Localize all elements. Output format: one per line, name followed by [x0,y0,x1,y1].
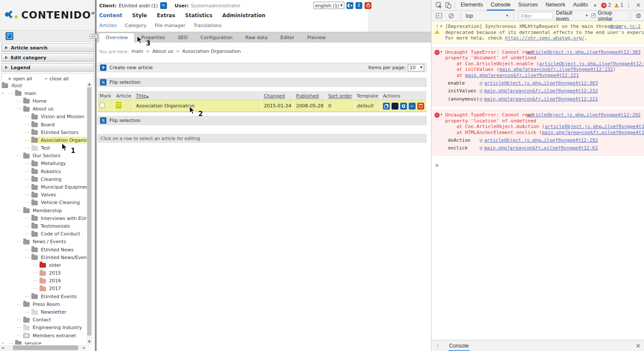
tree-item-eunited-news[interactable]: EUnited News [0,246,87,253]
tree-item-engineering-industry[interactable]: Engineering Industry [0,324,87,332]
scroll-up-arrow[interactable]: ▲ [87,82,92,87]
breadcrumb-item-main[interactable]: main [131,49,143,54]
devtools-tab-sources[interactable]: Sources [514,0,542,11]
menu-administration[interactable]: Administration [222,12,266,18]
layout-frame-icon[interactable] [6,32,13,40]
duplicate-article-icon[interactable] [383,103,390,110]
stack-source-link[interactable]: main.php?area=con&fr…iloef0vngpe4t12:232 [499,67,613,72]
panel-header-legend[interactable]: Legend [1,63,94,72]
tree-item-2017[interactable]: 2017 [0,285,87,293]
tree-item-service[interactable]: −service [0,339,87,345]
submenu-translations[interactable]: Translations [194,23,222,28]
plus-icon[interactable]: + [100,64,106,71]
time-management-icon[interactable] [392,103,398,110]
group-similar-checkbox[interactable] [591,13,595,18]
stack-source-link[interactable]: main.php?area=con&fr…eiloef0vngpe4t12:62 [542,130,644,135]
devtools-tab-audits[interactable]: Audits [569,0,592,11]
tree-item-older[interactable]: older [0,261,87,269]
tab-editor[interactable]: Editor [274,33,301,43]
tree-item-robotics[interactable]: Robotics [0,168,87,175]
tree-item-municipal-equipment[interactable]: Municipal Equipment [0,183,87,191]
tree-item-association-organisation[interactable]: Association Organisation [0,136,87,144]
console-filter-input[interactable]: Filter [519,12,553,19]
source-location-link[interactable]: articleObject.js.php…iloef0vngpe4t12:383 [527,49,641,55]
submenu-file-manager[interactable]: File manager [155,23,185,28]
inspect-element-icon[interactable] [435,1,443,9]
tree-item-vision-and-mission[interactable]: Vision and Mission [0,113,87,121]
warning-badge[interactable]: 1 [614,2,623,8]
console-message-error[interactable]: ✕▼articleObject.js.php…iloef0vngpe4t12:3… [431,47,644,107]
tree-item-root[interactable]: Root [0,82,87,89]
tree-item-press-room[interactable]: Press Room [0,300,87,308]
console-prompt[interactable]: > [431,159,644,168]
tree-item-eunited-sectors[interactable]: EUnited Sectors [0,128,87,136]
stack-source-link[interactable]: articleObject.js.php…iloef0vngpe4t12:292 [545,124,644,129]
tree-item-testimonials[interactable]: Testimonials [0,222,87,230]
tree-item-2015[interactable]: 2015 [0,269,87,277]
article-title-cell[interactable]: Association Organisation [134,100,261,112]
column-header-title[interactable]: Title▲ [134,92,261,100]
menu-style[interactable]: Style [132,12,147,18]
cut-article-icon[interactable]: ✂ [409,103,416,110]
tab-raw-data[interactable]: Raw data [239,33,274,43]
tree-item-cleaning[interactable]: Cleaning [0,175,87,183]
settings-gear-icon[interactable]: ⚙ [636,12,641,20]
stack-source-link[interactable]: main.php?area=con&fr…iloef0vngpe4t12:221 [465,73,579,78]
tree-item-code-of-conduct[interactable]: Code of Conduct [0,230,87,238]
frame-source-link[interactable]: main.php?area=con&fr…iloef0vngpe4t12:232 [484,88,598,94]
tree-item-contact[interactable]: Contact [0,316,87,324]
console-message-warning[interactable]: ▶jquery.js:2[Deprecation] Synchronous XM… [431,21,644,43]
open-all-link[interactable]: + open all [8,76,32,82]
menu-extras[interactable]: Extras [157,12,175,18]
submenu-category[interactable]: Category [125,23,146,28]
mark-checkbox[interactable] [100,103,105,108]
tree-item-main[interactable]: −main [0,89,87,97]
panel-header-article-search[interactable]: Article search [1,43,94,52]
devtools-close-icon[interactable]: ✕ [636,2,641,9]
tree-item-about-us[interactable]: About us [0,105,87,113]
panel-header-edit-category[interactable]: Edit category [1,53,94,62]
tree-item-metallurgy[interactable]: Metallurgy [0,160,87,168]
flip-selection-link[interactable]: Flip selection [109,79,140,85]
execution-context-select[interactable]: top▼ [466,13,509,19]
tree-item-vehicle-cleaning[interactable]: Vehicle Cleaning [0,199,87,207]
column-header-published[interactable]: Published [294,92,326,100]
console-message-error[interactable]: ✕▼articleObject.js.php…iloef0vngpe4t12:2… [431,110,644,156]
menu-statistics[interactable]: Statistics [185,12,213,18]
collapse-toggle[interactable]: − [1,341,4,345]
drawer-close-icon[interactable]: ✕ [635,342,641,349]
tab-preview[interactable]: Preview [301,33,332,43]
tree-item-membership[interactable]: Membership [0,207,87,214]
devtools-tab-network[interactable]: Network [542,0,569,11]
tree-item-home[interactable]: Home [0,97,87,105]
stack-source-link[interactable]: articleObject.js.php…iloef0vngpe4t12:383 [539,61,644,67]
collapse-toggle[interactable]: − [1,91,4,95]
sidebar-collapse-handle[interactable] [89,34,98,39]
stack-source-link[interactable]: https://xhr.spec.whatwg.org/ [505,35,584,41]
language-select[interactable]: english (1)▼ [313,2,344,9]
console-sidebar-icon[interactable] [435,12,443,20]
column-header-sort-order[interactable]: Sort order [326,92,354,100]
drawer-tab-console[interactable]: Console [448,341,470,351]
close-all-link[interactable]: − close all [44,76,69,82]
scroll-right-arrow[interactable]: ► [82,345,87,351]
clear-console-icon[interactable] [447,12,455,20]
frame-source-link[interactable]: articleObject.js.php…iloef0vngpe4t12:292 [484,137,598,143]
devtools-tab-console[interactable]: Console [487,0,514,11]
column-header-changed[interactable]: Changed [261,92,294,100]
device-toolbar-icon[interactable] [444,1,452,9]
article-row[interactable]: Association Organisation2015-01-242008-0… [97,100,427,112]
tree-item-board[interactable]: Board [0,121,87,128]
tree-item-valves[interactable]: Valves [0,191,87,199]
scroll-left-arrow[interactable]: ◄ [0,345,5,351]
flip-selection-icon[interactable]: ⇅ [100,117,106,124]
tree-item-news-events[interactable]: News / Events [0,238,87,246]
flip-selection-icon[interactable]: ⇅ [100,79,106,85]
flip-selection-link[interactable]: Flip selection [109,118,140,123]
menu-content[interactable]: Content [99,12,122,18]
tree-item-interviews-with-eunited-m[interactable]: Interviews with EUnited m [0,214,87,222]
frame-source-link[interactable]: main.php?area=con&fr…eiloef0vngpe4t12:62 [484,145,598,151]
group-similar-toggle[interactable]: Group similar [591,10,625,22]
tree-item-eunited-events[interactable]: EUnited Events [0,293,87,300]
drawer-menu-icon[interactable]: ⋮ [435,342,440,349]
